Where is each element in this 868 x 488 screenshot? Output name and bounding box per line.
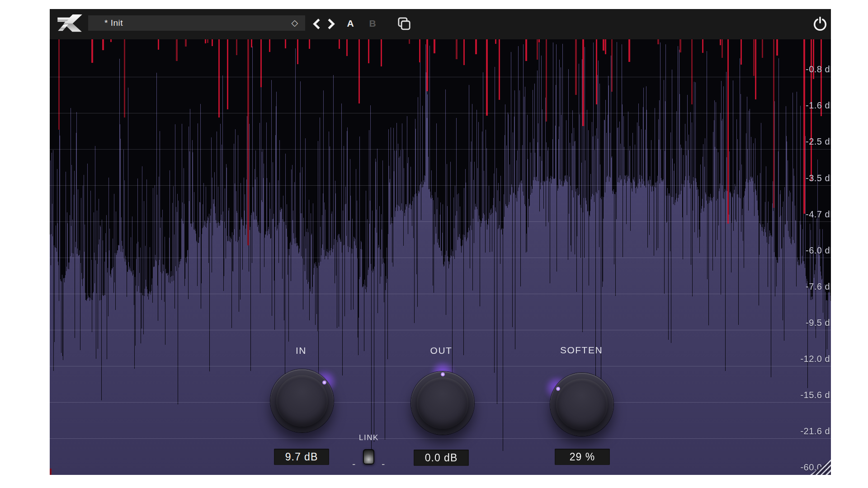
scale-label: -4.7 dB: [773, 209, 831, 220]
copy-icon: [396, 17, 411, 31]
in-knob-indicator: [322, 380, 326, 385]
scale-label: -6.0 dB: [773, 245, 831, 256]
ab-compare-a-button[interactable]: A: [344, 18, 357, 30]
out-knob-indicator: [441, 372, 445, 376]
preset-next-button[interactable]: [326, 18, 337, 30]
out-knob-face: [417, 377, 468, 429]
soften-knob-indicator: [556, 387, 560, 391]
scale-label: -15.6 dB: [773, 390, 831, 400]
scale-label: -12.0 dB: [773, 354, 831, 364]
plugin-window: * Init ◇ A B -: [50, 9, 831, 475]
power-icon: [812, 16, 828, 33]
chevron-left-icon: [311, 18, 321, 30]
soften-value-field[interactable]: 29 %: [555, 449, 610, 465]
scale-label: -2.5 dB: [773, 136, 831, 147]
ab-compare-b-button[interactable]: B: [366, 18, 379, 30]
scale-label: -9.5 dB: [773, 318, 831, 328]
in-value-field[interactable]: 9.7 dB: [274, 449, 329, 465]
preset-name: * Init: [104, 18, 123, 28]
scale-label: -1.6 dB: [773, 100, 831, 111]
scale-label: -7.6 dB: [773, 282, 831, 292]
out-value-field[interactable]: 0.0 dB: [414, 450, 469, 466]
scale-label: -3.5 dB: [773, 173, 831, 183]
out-knob-label: OUT: [405, 345, 477, 356]
brand-logo-icon: [57, 14, 83, 34]
scale-label: -21.6 dB: [773, 426, 831, 436]
link-label: LINK: [351, 433, 387, 442]
in-knob-label: IN: [265, 345, 337, 356]
soften-knob-label: SOFTEN: [545, 345, 618, 356]
in-knob-face: [276, 375, 328, 427]
copy-preset-button[interactable]: [396, 17, 411, 31]
preset-selector[interactable]: * Init ◇: [88, 15, 305, 31]
out-knob[interactable]: [411, 371, 474, 435]
top-bar: * Init ◇ A B: [50, 9, 831, 39]
scale-label: -0.8 dB: [773, 64, 831, 75]
soften-knob-face: [556, 379, 608, 430]
chevron-right-icon: [326, 18, 336, 30]
link-toggle-button[interactable]: [363, 449, 374, 465]
preset-prev-button[interactable]: [311, 18, 322, 30]
link-dash-right: -: [382, 458, 385, 470]
soften-knob[interactable]: [550, 373, 613, 436]
bypass-power-button[interactable]: [812, 16, 828, 33]
in-knob[interactable]: [270, 369, 334, 432]
link-dash-left: -: [352, 458, 355, 470]
preset-dropdown-icon: ◇: [291, 18, 298, 28]
